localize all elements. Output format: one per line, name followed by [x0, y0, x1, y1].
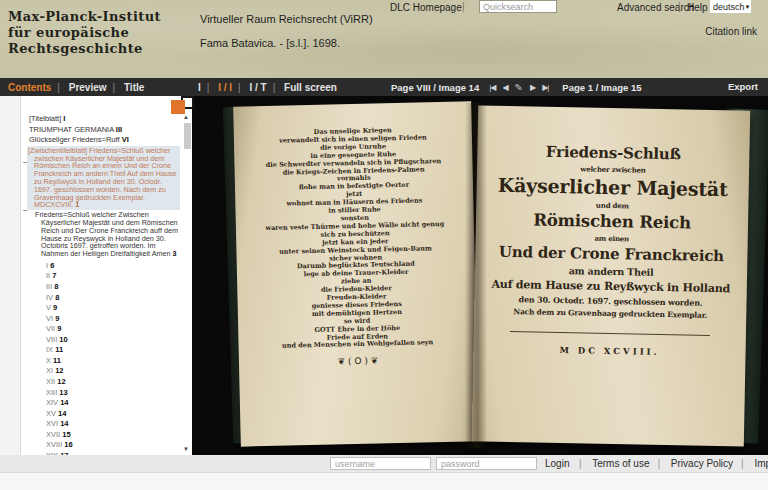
book-title-line-text: den 30. Octodr. 1697. geschlossen worden…: [519, 294, 703, 308]
toc-page-entry[interactable]: VII 9: [46, 324, 180, 335]
toc-page-entry[interactable]: XVIII 16: [46, 440, 180, 451]
toc-page-entry[interactable]: IX 11: [46, 345, 180, 356]
toc-page-roman: II: [46, 271, 50, 280]
footer-bar: Login Terms of use Privacy Policy Imprin…: [0, 455, 768, 473]
footer-link-label: Imprint: [755, 458, 768, 469]
username-field[interactable]: [330, 457, 431, 470]
export-link[interactable]: Export: [728, 78, 758, 96]
first-page-icon[interactable]: |◀: [489, 83, 495, 92]
panel-tab-label: Title: [124, 82, 144, 93]
footer-link[interactable]: Privacy Policy: [649, 458, 733, 469]
logo-line: für europäische: [8, 25, 161, 41]
toc-entry[interactable]: Glückseliger Friedens=Ruff VI: [29, 135, 180, 145]
book-title-line-text: Römischen Reich: [533, 210, 691, 232]
toc-page-number: 12: [55, 366, 63, 375]
toc-page-entry[interactable]: III 8: [46, 282, 180, 293]
toc-page-roman: XII: [46, 377, 55, 386]
view-mode-switcher: I I / I I / T Full screen: [198, 78, 337, 96]
app-title: Virtueller Raum Reichsrecht (ViRR): [200, 13, 373, 25]
quicksearch-input[interactable]: [479, 0, 557, 13]
view-mode-option[interactable]: I / I: [201, 82, 232, 93]
panel-tab[interactable]: Contents: [8, 82, 51, 93]
toc-entry-page: III: [116, 125, 122, 134]
toc-page-entry[interactable]: XI 12: [46, 366, 180, 377]
toc-page-entry[interactable]: X 11: [46, 356, 180, 367]
next-page-icon[interactable]: ▶: [530, 83, 535, 92]
footer-link[interactable]: Imprint: [733, 458, 768, 469]
book-left-page-text: Das unselige Kriegen verwandelt sich in …: [233, 101, 477, 352]
panel-tab[interactable]: Title: [107, 82, 145, 93]
toc-page-entry[interactable]: XII 12: [46, 377, 180, 388]
toc-page-number: 16: [64, 440, 72, 449]
advanced-search-link[interactable]: Advanced search: [617, 2, 694, 13]
book-title-line-text: Und der Crone Franckreich: [499, 243, 724, 265]
view-mode-option[interactable]: Full screen: [267, 82, 337, 93]
login-button[interactable]: Login: [545, 458, 569, 469]
goto-page-icon[interactable]: ✎: [515, 82, 523, 93]
book-title-line: Friedens-Schluß: [477, 141, 749, 164]
toc-entry-text: [Titelblatt]: [29, 114, 61, 123]
password-field[interactable]: [436, 457, 537, 470]
book-title-line-text: Käyserlicher Majestät: [498, 174, 728, 200]
toc-page-roman: V: [46, 303, 51, 312]
toc-page-number: 15: [62, 430, 70, 439]
book-title-line: Käyserlicher Majestät: [477, 173, 749, 200]
language-select[interactable]: deutsch ▼: [710, 0, 751, 13]
logo-line: Max-Planck-Institut: [8, 9, 161, 25]
toc-page-number: 9: [57, 324, 61, 333]
last-page-icon[interactable]: ▶|: [542, 83, 548, 92]
citation-link[interactable]: Citation link: [705, 26, 757, 37]
logo-line: Rechtsgeschichte: [8, 41, 161, 57]
toc-page-entry[interactable]: XVI 14: [46, 419, 180, 430]
toc-page-number: 9: [55, 314, 59, 323]
page-image-viewer[interactable]: Das unselige Kriegen verwandelt sich in …: [192, 96, 768, 455]
toc-page-entry[interactable]: XV 14: [46, 409, 180, 420]
toc-page-entry[interactable]: VI 9: [46, 314, 180, 325]
panel-resize-icon[interactable]: [171, 96, 196, 116]
footer-link[interactable]: Terms of use: [571, 458, 649, 469]
view-mode-label: I / T: [249, 82, 266, 93]
toc-entry-page: I: [63, 114, 65, 123]
toc-page-number: 6: [50, 261, 54, 270]
toc-page-roman: XV: [46, 409, 56, 418]
toc-page-entry[interactable]: XIV 14: [46, 398, 180, 409]
toc-page-roman: VII: [46, 324, 55, 333]
toc-page-entry[interactable]: XIII 13: [46, 388, 180, 399]
toc-page-list: I 6 II 7 III 8 IV 8: [46, 261, 180, 455]
panel-tab[interactable]: Preview: [51, 82, 106, 93]
scroll-down-icon[interactable]: ▼: [183, 446, 189, 452]
view-mode-option[interactable]: I / T: [232, 82, 267, 93]
toc-page-roman: XI: [46, 366, 53, 375]
book-title-line-text: welcher zwischen: [580, 164, 646, 174]
dlc-homepage-link[interactable]: DLC Homepage: [390, 2, 462, 13]
book-title-line-text: am andern Theil: [569, 265, 654, 278]
book-title-line-text: und dem: [596, 201, 629, 211]
toc-entry[interactable]: TRIUMPHAT GERMANIA III: [29, 125, 180, 135]
toc-entry[interactable]: [Zwischentitelblatt] Friedens=Schluß wel…: [27, 146, 180, 210]
document-title: Fama Batavica. - [s.l.]. 1698.: [200, 37, 340, 49]
toc-page-number: 14: [58, 409, 66, 418]
scrollbar-thumb[interactable]: [184, 123, 191, 149]
book-gutter-shadow: [465, 103, 487, 448]
toc-page-roman: IV: [46, 293, 53, 302]
toc-page-entry[interactable]: VIII 10: [46, 335, 180, 346]
prev-page-icon[interactable]: ◀: [502, 83, 507, 92]
toc-page-roman: III: [46, 282, 52, 291]
page-indicator-right: Page 1 / Image 15: [562, 82, 641, 93]
toc-page-entry[interactable]: I 6: [46, 261, 180, 272]
toc-page-entry[interactable]: V 9: [46, 303, 180, 314]
toc-page-roman: XIV: [46, 398, 58, 407]
toc-page-entry[interactable]: IV 8: [46, 293, 180, 304]
book-right-page: Friedens-Schluß welcher zwischen Käyserl…: [472, 105, 750, 446]
toc-page-entry[interactable]: II 7: [46, 271, 180, 282]
toc-page-entry[interactable]: XVII 15: [46, 430, 180, 441]
help-link[interactable]: Help: [687, 2, 708, 13]
footer-link-label: Privacy Policy: [671, 458, 733, 469]
toc-entry[interactable]: [Titelblatt] I: [29, 114, 180, 124]
book-title-line: Nach dem zu Gravenhaag gedruckten Exempl…: [474, 306, 746, 320]
toc-entry-page: VI: [122, 135, 129, 144]
toc-entry[interactable]: Friedens=Schluß welcher Zwischen Käyserl…: [35, 211, 180, 258]
toc-page-roman: I: [46, 261, 48, 270]
toc-page-number: 13: [59, 388, 67, 397]
toc-page-number: 8: [54, 282, 58, 291]
